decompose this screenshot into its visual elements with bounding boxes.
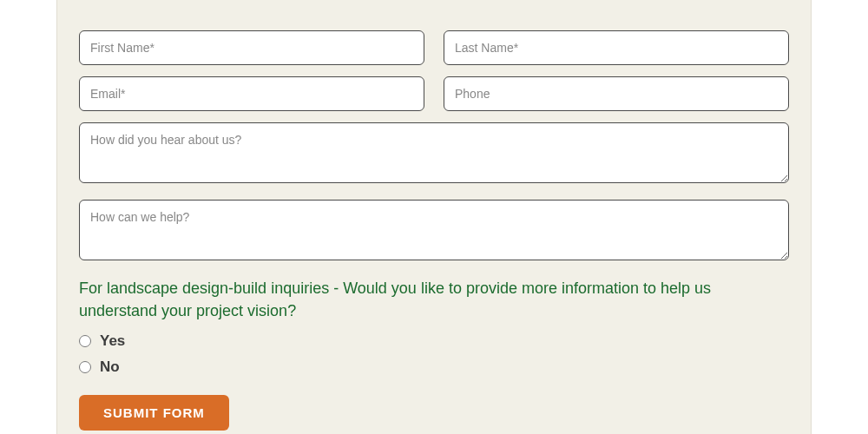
help-row (79, 200, 789, 264)
last-name-wrapper (444, 30, 789, 65)
email-input[interactable] (79, 76, 424, 111)
first-name-wrapper (79, 30, 424, 65)
form-container: For landscape design-build inquiries - W… (56, 0, 812, 434)
radio-no-label[interactable]: No (100, 358, 120, 376)
submit-button[interactable]: SUBMIT FORM (79, 395, 229, 431)
last-name-input[interactable] (444, 30, 789, 65)
radio-group: Yes No (79, 332, 789, 376)
email-wrapper (79, 76, 424, 111)
phone-wrapper (444, 76, 789, 111)
radio-yes-label[interactable]: Yes (100, 332, 125, 350)
first-name-input[interactable] (79, 30, 424, 65)
radio-option-no: No (79, 358, 789, 376)
help-textarea[interactable] (79, 200, 789, 260)
contact-row (79, 76, 789, 111)
name-row (79, 30, 789, 65)
radio-yes-input[interactable] (79, 335, 91, 347)
radio-option-yes: Yes (79, 332, 789, 350)
radio-no-input[interactable] (79, 361, 91, 373)
hear-about-textarea[interactable] (79, 122, 789, 183)
phone-input[interactable] (444, 76, 789, 111)
question-label: For landscape design-build inquiries - W… (79, 277, 789, 322)
hear-about-row (79, 122, 789, 187)
